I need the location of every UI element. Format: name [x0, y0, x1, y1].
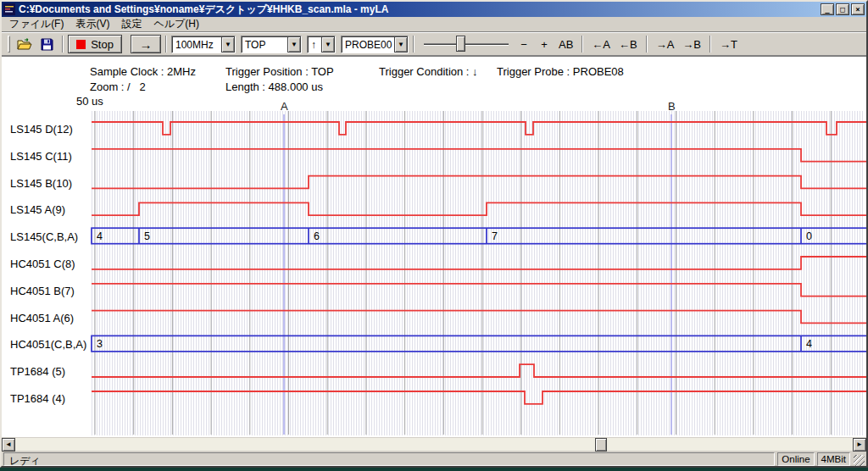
sample-clock-value: 100MHz — [172, 36, 221, 53]
chevron-down-icon[interactable]: ▼ — [287, 36, 301, 53]
channel-label: TP1684 (5) — [10, 365, 65, 378]
online-badge: Online — [777, 452, 814, 466]
zoom-slider[interactable] — [424, 35, 509, 53]
toolbar-separator — [413, 36, 415, 53]
memory-badge: 4MBit — [817, 452, 850, 466]
toolbar-separator — [165, 36, 167, 53]
channel-label: LS145 A(9) — [10, 203, 65, 216]
resize-grip-icon[interactable] — [854, 455, 865, 466]
trigger-probe-select[interactable]: PROBE00 ▼ — [341, 36, 409, 53]
open-folder-icon — [17, 38, 32, 50]
status-text: レディ — [3, 452, 775, 466]
scroll-left-button[interactable]: ◄ — [2, 438, 15, 452]
digital-waveform — [92, 149, 866, 162]
chevron-down-icon[interactable]: ▼ — [221, 36, 235, 53]
menu-view[interactable]: 表示(V) — [70, 15, 115, 33]
stop-icon — [76, 40, 86, 49]
chevron-down-icon[interactable]: ▼ — [394, 36, 408, 53]
toolbar-separator — [709, 36, 711, 53]
window-title: C:¥Documents and Settings¥noname¥デスクトップ¥… — [19, 3, 819, 17]
bus-value: 5 — [144, 230, 150, 242]
goto-trigger-button[interactable]: →T — [715, 35, 742, 53]
digital-waveform — [92, 311, 866, 324]
bus-value: 7 — [492, 230, 498, 242]
channel-label: LS145 D(12) — [10, 123, 73, 136]
menu-bar: ファイル(F) 表示(V) 設定 ヘルプ(H) — [2, 17, 866, 32]
bus-waveform — [92, 335, 866, 352]
run-button[interactable]: → — [131, 35, 161, 53]
trigger-position-select[interactable]: TOP ▼ — [241, 36, 302, 53]
run-arrow-icon: → — [140, 37, 153, 52]
channel-label: HC4051 B(7) — [10, 285, 75, 297]
zoom-in-button[interactable]: + — [534, 35, 554, 53]
app-icon — [3, 3, 15, 15]
close-button[interactable]: × — [851, 3, 865, 15]
bus-value: 4 — [97, 230, 103, 242]
waveform-svg[interactable]: AB4567034 — [2, 57, 866, 437]
toolbar-separator — [646, 36, 648, 53]
channel-label: HC4051(C,B,A) — [10, 338, 86, 351]
toolbar: Stop → 100MHz ▼ TOP ▼ ↑ ▼ PROBE00 ▼ — [2, 32, 866, 56]
trigger-edge-select[interactable]: ↑ ▼ — [307, 36, 336, 53]
menu-file[interactable]: ファイル(F) — [3, 15, 70, 33]
zoom-slider-thumb[interactable] — [456, 36, 465, 52]
digital-waveform — [92, 257, 866, 269]
set-cursor-a-button[interactable]: →A — [652, 35, 679, 53]
trigger-edge-value: ↑ — [308, 36, 321, 53]
maximize-button[interactable]: □ — [836, 3, 849, 15]
trigger-position-value: TOP — [242, 36, 287, 53]
digital-waveform — [92, 176, 866, 189]
set-cursor-b-button[interactable]: →B — [678, 35, 705, 53]
bus-value: 4 — [806, 338, 812, 350]
horizontal-scrollbar[interactable]: ◄ ► — [2, 437, 866, 451]
status-bar: レディ Online 4MBit — [2, 451, 866, 468]
trigger-probe-value: PROBE00 — [342, 36, 394, 53]
channel-label: TP1684 (4) — [10, 392, 65, 405]
zoom-slider-track[interactable] — [424, 43, 509, 46]
bus-waveform — [92, 228, 866, 244]
sample-clock-select[interactable]: 100MHz ▼ — [171, 36, 236, 53]
digital-waveform — [92, 391, 866, 404]
scroll-right-button[interactable]: ► — [853, 438, 866, 452]
scrollbar-thumb[interactable] — [595, 438, 607, 452]
bus-value: 0 — [806, 230, 812, 242]
channel-label: LS145 B(10) — [10, 177, 72, 190]
channel-label: HC4051 A(6) — [10, 312, 74, 324]
channel-label: HC4051 C(8) — [10, 258, 75, 270]
toolbar-separator — [62, 36, 64, 53]
waveform-area[interactable]: Sample Clock : 2MHz Trigger Position : T… — [2, 56, 866, 437]
goto-cursor-b-button[interactable]: ←B — [615, 35, 642, 53]
minimize-button[interactable]: _ — [821, 3, 834, 15]
digital-waveform — [92, 284, 866, 296]
digital-waveform — [92, 364, 866, 377]
zoom-out-button[interactable]: − — [514, 35, 534, 53]
channel-label: LS145 C(11) — [10, 150, 72, 163]
goto-cursor-a-button[interactable]: ←A — [587, 35, 615, 53]
cursor-a-label[interactable]: A — [281, 100, 288, 113]
menu-settings[interactable]: 設定 — [115, 15, 147, 33]
channel-label: LS145(C,B,A) — [10, 230, 78, 243]
stop-button[interactable]: Stop — [68, 35, 122, 53]
toolbar-grip[interactable] — [8, 36, 10, 53]
toolbar-separator — [581, 36, 583, 53]
save-button[interactable] — [36, 35, 58, 53]
digital-waveform — [92, 202, 866, 215]
chevron-down-icon[interactable]: ▼ — [321, 36, 335, 53]
save-floppy-icon — [41, 38, 53, 51]
app-window: C:¥Documents and Settings¥noname¥デスクトップ¥… — [0, 0, 868, 468]
ab-range-button[interactable]: AB — [554, 35, 577, 53]
bus-value: 6 — [314, 230, 320, 242]
digital-waveform — [92, 122, 866, 135]
cursor-b-label[interactable]: B — [668, 100, 676, 113]
open-button[interactable] — [13, 35, 36, 53]
menu-help[interactable]: ヘルプ(H) — [147, 15, 205, 33]
stop-label: Stop — [91, 38, 114, 51]
bus-value: 3 — [97, 338, 103, 350]
